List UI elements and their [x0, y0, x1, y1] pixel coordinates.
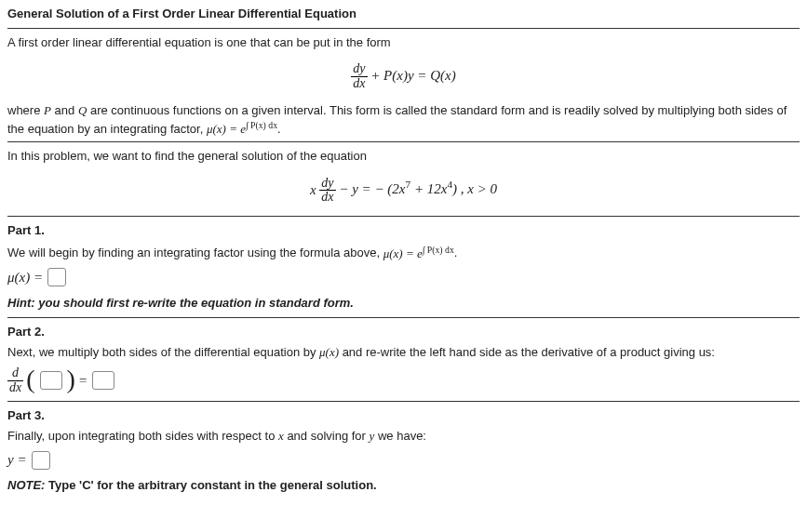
part3-heading: Part 3.	[7, 407, 800, 424]
part1-answer-line: μ(x) =	[7, 268, 800, 287]
frac-dy-dx: dy dx	[351, 62, 367, 90]
frac-d: d	[12, 366, 19, 379]
mu-answer-input[interactable]	[47, 268, 66, 286]
hr-4	[7, 401, 800, 402]
part1-text: We will begin by finding an integrating …	[7, 243, 800, 262]
explain-after: are continuous functions on a given inte…	[7, 103, 787, 137]
eq-general-rest: + P(x)y = Q(x)	[368, 68, 456, 83]
frac-dx: dx	[9, 380, 21, 394]
var-Q: Q	[78, 103, 87, 117]
close-paren-icon: )	[67, 369, 75, 390]
part1-heading: Part 1.	[7, 222, 800, 239]
part1-mu-lhs: μ(x) =	[7, 268, 43, 287]
part2-a: Next, we multiply both sides of the diff…	[7, 345, 319, 359]
note-line: NOTE: Type 'C' for the arbitrary constan…	[7, 477, 800, 494]
part2-mu: μ(x)	[319, 345, 339, 359]
mu-expression: μ(x) = e∫ P(x) dx	[207, 122, 277, 136]
part2-equals: =	[78, 371, 87, 391]
product-answer-input[interactable]	[40, 371, 62, 390]
equation-problem: x dy dx − y = − (2x7 + 12x4) , x > 0	[7, 177, 800, 205]
frac-den: dx	[351, 77, 367, 91]
eq-x: x	[310, 181, 316, 196]
rhs-answer-input[interactable]	[92, 371, 114, 390]
hr-1	[7, 141, 800, 142]
frac-num: dy	[351, 62, 367, 77]
y-answer-input[interactable]	[32, 451, 50, 470]
hr-3	[7, 317, 800, 318]
explain-mid: and	[51, 103, 78, 117]
explain-before: where	[7, 103, 44, 117]
var-P: P	[44, 103, 51, 117]
part2-b: and re-write the left hand side as the d…	[339, 345, 715, 359]
part2-answer-line: d dx ( ) =	[7, 366, 800, 394]
note-text: Type 'C' for the arbitrary constant in t…	[45, 478, 376, 492]
frac-d-dx: d dx	[7, 366, 23, 394]
problem-intro: In this problem, we want to find the gen…	[7, 148, 800, 165]
hr-2	[7, 216, 800, 217]
part3-text: Finally, upon integrating both sides wit…	[7, 428, 800, 445]
equation-general: dy dx + P(x)y = Q(x)	[7, 62, 800, 90]
eq-problem-body: − y = − (2x7 + 12x4) , x > 0	[336, 181, 498, 196]
part1-period: .	[454, 246, 458, 260]
frac-num-2: dy	[321, 176, 333, 190]
part2-text: Next, we multiply both sides of the diff…	[7, 344, 800, 361]
part3-c: we have:	[374, 429, 426, 443]
part1-mu: μ(x) = e∫ P(x) dx	[383, 246, 454, 260]
explain-standard-form: where P and Q are continuous functions o…	[7, 102, 800, 139]
page-title: General Solution of a First Order Linear…	[7, 6, 800, 26]
open-paren-icon: (	[26, 369, 34, 390]
explain-period: .	[277, 122, 281, 136]
part1-hint: Hint: you should first re-write the equa…	[7, 295, 800, 312]
part3-y-lhs: y =	[7, 450, 27, 470]
part3-answer-line: y =	[7, 450, 800, 470]
part2-heading: Part 2.	[7, 324, 800, 340]
frac-dy-dx-2: dy dx	[319, 177, 335, 205]
frac-den-2: dx	[321, 190, 333, 204]
hr-top	[7, 28, 800, 29]
part3-b: and solving for	[284, 429, 370, 443]
note-label: NOTE:	[7, 478, 45, 492]
intro-text: A first order linear differential equati…	[7, 34, 800, 51]
part3-a: Finally, upon integrating both sides wit…	[7, 429, 278, 443]
part1-a: We will begin by finding an integrating …	[7, 246, 383, 260]
